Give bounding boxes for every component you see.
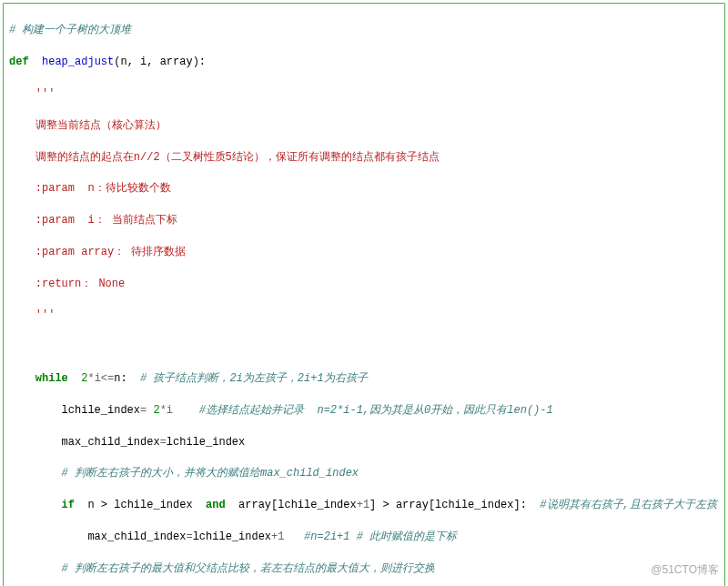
code-block: # 构建一个子树的大顶堆 def heap_adjust(n, i, array…: [3, 3, 725, 586]
watermark: @51CTO博客: [651, 562, 719, 578]
kw-and: and: [206, 499, 226, 511]
comment: # 判断左右孩子的最大值和父结点比较，若左右结点的最大值大，则进行交换: [62, 562, 435, 575]
if1-line: if n > lchile_index and array[lchile_ind…: [9, 498, 719, 513]
blank-line: [9, 339, 719, 355]
doc-p3: :param array： 待排序数据: [9, 245, 719, 260]
doc-p2: :param i： 当前结点下标: [9, 213, 719, 228]
comment: #说明其有右孩子,且右孩子大于左孩: [540, 499, 716, 511]
sig: (n, i, array):: [114, 56, 206, 68]
doc-ret: :return： None: [9, 277, 719, 292]
comment: # 孩子结点判断，2i为左孩子，2i+1为右孩子: [140, 372, 368, 385]
doc-p1: :param n：待比较数个数: [9, 181, 719, 197]
comment: #n=2i+1 # 此时赋值的是下标: [304, 530, 457, 543]
doc-close: ''': [9, 308, 719, 323]
doc-l1: 调整当前结点（核心算法）: [9, 118, 719, 134]
fn-name: heap_adjust: [42, 56, 114, 68]
doc-open: ''': [9, 86, 719, 102]
comment: # 判断左右孩子的大小，并将大的赋值给max_child_index: [62, 467, 359, 480]
lci-line: lchile_index= 2*i #选择结点起始并记录 n=2*i-1,因为其…: [9, 403, 719, 419]
if1-body: max_child_index=lchile_index+1 #n=2i+1 #…: [9, 530, 719, 545]
comment: #选择结点起始并记录 n=2*i-1,因为其是从0开始，因此只有len()-1: [199, 404, 553, 417]
comment-line: # 判断左右孩子的大小，并将大的赋值给max_child_index: [9, 466, 719, 481]
kw-while: while: [35, 372, 68, 385]
comment: # 构建一个子树的大顶堆: [9, 24, 131, 36]
comment-line: # 构建一个子树的大顶堆: [9, 23, 719, 38]
comment-line: # 判断左右孩子的最大值和父结点比较，若左右结点的最大值大，则进行交换: [9, 561, 719, 577]
while-line: while 2*i<=n: # 孩子结点判断，2i为左孩子，2i+1为右孩子: [9, 371, 719, 387]
kw-def: def: [9, 56, 29, 68]
doc-l2: 调整的结点的起点在n//2（二叉树性质5结论），保证所有调整的结点都有孩子结点: [9, 150, 719, 166]
mci-line: max_child_index=lchile_index: [9, 435, 719, 450]
def-line-1: def heap_adjust(n, i, array):: [9, 55, 719, 70]
kw-if: if: [62, 499, 75, 511]
